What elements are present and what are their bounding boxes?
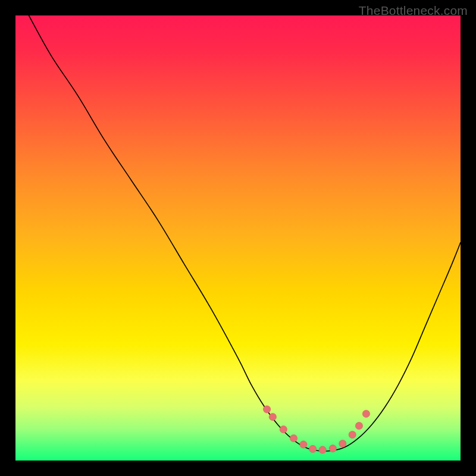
marker-dot (269, 414, 276, 421)
chart-canvas (15, 15, 461, 461)
marker-dot (309, 445, 316, 452)
marker-dot (263, 406, 270, 413)
marker-dot (355, 422, 362, 429)
bottleneck-curve (29, 15, 461, 451)
marker-dots-group (263, 406, 369, 453)
marker-dot (329, 445, 336, 452)
chart-svg (15, 15, 461, 461)
marker-dot (362, 410, 369, 417)
marker-dot (280, 425, 287, 433)
marker-dot (339, 440, 346, 447)
marker-dot (290, 434, 297, 441)
marker-dot (300, 441, 307, 448)
watermark-text: TheBottleneck.com (359, 4, 468, 18)
marker-dot (349, 431, 356, 438)
marker-dot (319, 446, 326, 453)
